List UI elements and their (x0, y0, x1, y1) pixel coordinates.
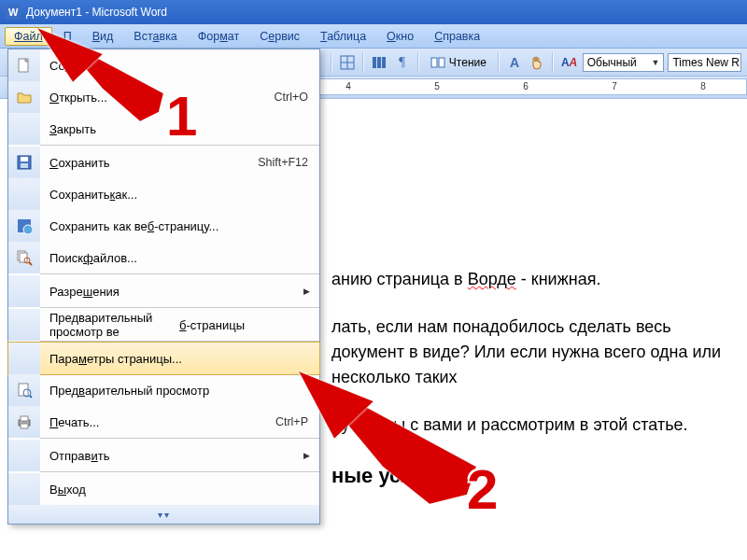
svg-rect-13 (21, 157, 28, 161)
svg-rect-7 (382, 57, 386, 68)
columns-icon[interactable] (370, 52, 388, 73)
svg-rect-14 (21, 163, 28, 168)
print-icon (16, 413, 33, 430)
svg-rect-26 (21, 424, 28, 428)
word-app-icon: W (6, 5, 21, 20)
menu-expand-chevron[interactable]: ▾▾ (8, 505, 319, 524)
font-selector[interactable]: Times New R (668, 53, 741, 72)
toolbar-separator (498, 52, 500, 73)
menu-item-print-preview[interactable]: Предварительный просмотр (8, 374, 319, 406)
style-selector[interactable]: Обычный ▼ (583, 53, 665, 72)
menu-help[interactable]: Справка (425, 27, 489, 46)
menu-item-save-as-web[interactable]: Сохранить как веб-страницу... (8, 210, 319, 242)
menu-bar: Файл П Вид Вставка Формат Сервис Таблица… (0, 24, 747, 49)
save-icon (16, 154, 33, 171)
svg-rect-8 (431, 58, 437, 67)
svg-point-16 (23, 225, 33, 234)
svg-line-20 (29, 262, 32, 265)
menu-item-open[interactable]: Открыть... Ctrl+O (8, 81, 319, 113)
read-label: Чтение (449, 56, 486, 69)
menu-insert[interactable]: Вставка (124, 27, 186, 46)
menu-item-file-search[interactable]: Поиск файлов... (8, 242, 319, 273)
annotation-number-2: 2 (467, 457, 498, 522)
toolbar-separator (331, 52, 332, 73)
ruler-number: 7 (612, 81, 617, 91)
save-web-icon (16, 217, 33, 234)
svg-rect-9 (439, 58, 444, 67)
svg-rect-25 (21, 416, 28, 421)
annotation-number-1: 1 (166, 84, 197, 148)
menu-table[interactable]: Таблица (311, 27, 375, 46)
hand-icon[interactable] (528, 52, 546, 73)
menu-format[interactable]: Формат (189, 27, 248, 46)
menu-item-exit[interactable]: Выход (8, 473, 319, 505)
menu-item-page-setup[interactable]: Параметры страницы... (8, 343, 319, 374)
menu-service[interactable]: Сервис (250, 27, 309, 46)
search-files-icon (16, 249, 33, 266)
font-value: Times New R (672, 56, 740, 69)
menu-item-permissions[interactable]: Разрешения (8, 275, 319, 307)
horizontal-ruler[interactable]: 4 5 6 7 8 (319, 78, 747, 95)
menu-item-print[interactable]: Печать... Ctrl+P (8, 406, 319, 438)
menu-window[interactable]: Окно (377, 27, 423, 46)
ruler-number: 8 (700, 81, 706, 91)
menu-item-save-as[interactable]: Сохранить как... (8, 178, 319, 210)
new-doc-icon (16, 57, 33, 74)
doc-paragraph: лать, если нам понадобилось сделать весь… (331, 315, 728, 390)
toolbar-separator (417, 52, 419, 73)
title-bar: W Документ1 - Microsoft Word (0, 0, 747, 24)
open-folder-icon (16, 89, 33, 105)
menu-item-web-preview[interactable]: Предварительный просмотр веб-страницы (8, 309, 319, 341)
menu-file[interactable]: Файл (5, 27, 52, 46)
ruler-number: 5 (434, 81, 440, 91)
svg-rect-5 (373, 57, 376, 68)
chevron-down-icon: ▼ (652, 58, 660, 67)
paragraph-icon[interactable]: ¶ (393, 52, 412, 73)
style-value: Обычный (587, 56, 637, 69)
window-title: Документ1 - Microsoft Word (26, 6, 167, 19)
char-format-a-icon[interactable]: A (505, 52, 524, 73)
ruler-number: 6 (523, 81, 529, 91)
reading-layout-button[interactable]: Чтение (425, 52, 492, 73)
menu-item-close[interactable]: Закрыть (8, 113, 319, 145)
toolbar-separator (552, 52, 554, 73)
menu-item-send[interactable]: Отправить (8, 440, 319, 471)
doc-paragraph: лучаи мы с вами и рассмотрим в этой стат… (331, 413, 728, 438)
menu-item-save[interactable]: Сохранить Shift+F12 (8, 147, 319, 178)
tables-borders-icon[interactable] (338, 52, 357, 73)
print-preview-icon (16, 382, 33, 399)
style-aa-icon[interactable]: AA (559, 52, 578, 73)
ruler-number: 4 (345, 81, 351, 91)
svg-rect-6 (377, 57, 381, 68)
menu-item[interactable]: П (54, 27, 81, 46)
menu-view[interactable]: Вид (83, 27, 123, 46)
menu-item-create[interactable]: Соз (8, 49, 319, 81)
file-menu-dropdown: Соз Открыть... Ctrl+O Закрыть Сохранить … (7, 49, 320, 525)
svg-text:W: W (8, 7, 19, 18)
doc-heading: ные условия (331, 460, 728, 491)
doc-paragraph: анию страница в Ворде - книжная. (331, 267, 728, 292)
svg-line-23 (30, 396, 32, 398)
toolbar-separator (362, 52, 364, 73)
